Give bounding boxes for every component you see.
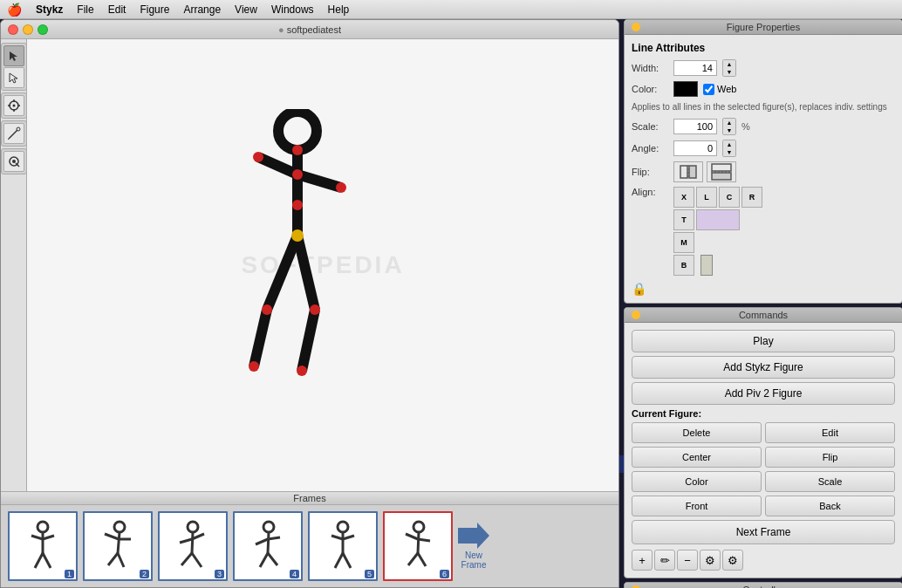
svg-marker-67 [458,523,489,549]
align-x-btn[interactable]: X [673,187,694,208]
angle-input[interactable] [673,140,717,156]
align-b-btn[interactable]: B [673,255,694,276]
frame-item[interactable]: 4 [233,511,303,581]
menu-arrange[interactable]: Arrange [183,3,221,16]
add-piv2-button[interactable]: Add Piv 2 Figure [632,382,895,405]
svg-line-44 [192,532,193,553]
color-row: Color: Web [632,81,895,97]
angle-decrement[interactable]: ▼ [723,148,735,156]
canvas-window: ● softpediatest [0,19,619,588]
back-button[interactable]: Back [765,496,895,516]
edit-button[interactable]: Edit [765,422,895,443]
align-t-btn[interactable]: T [673,209,694,230]
svg-point-7 [17,127,20,131]
circle-tool[interactable] [3,151,24,172]
new-frame-button[interactable]: NewFrame [458,523,489,570]
svg-line-35 [35,553,43,568]
angle-increment[interactable]: ▲ [723,140,735,148]
align-l-btn[interactable]: L [696,187,717,208]
menu-view[interactable]: View [235,3,257,16]
right-panels: Figure Properties Line Attributes Width:… [624,19,902,588]
align-label: Align: [632,187,668,197]
arrow-tool[interactable] [3,67,24,88]
pen-tool[interactable] [3,123,24,144]
frame-item[interactable]: 1 [8,511,78,581]
commands-content: Play Add Stykz Figure Add Piv 2 Figure C… [625,323,902,578]
figure-properties-panel: Figure Properties Line Attributes Width:… [624,19,902,304]
scale-stepper[interactable]: ▲ ▼ [722,118,736,135]
center-button[interactable]: Center [632,447,762,468]
settings-tool-btn[interactable]: ⚙ [700,550,721,571]
maximize-button[interactable] [38,24,48,35]
svg-line-58 [343,536,354,539]
menu-figure[interactable]: Figure [140,3,169,16]
flip-vertical-btn[interactable] [707,161,736,182]
crosshair-tool[interactable] [3,95,24,116]
width-stepper[interactable]: ▲ ▼ [722,59,736,77]
scale-input[interactable] [673,119,717,134]
current-figure-label: Current Figure: [632,408,895,419]
edit-tool-btn[interactable]: ✏ [654,550,675,571]
select-tool[interactable] [3,45,24,66]
svg-point-37 [114,522,125,532]
color-label: Color: [632,84,668,94]
add-stykz-button[interactable]: Add Stykz Figure [632,356,895,379]
figure-properties-content: Line Attributes Width: ▲ ▼ Color: Web [625,35,902,303]
flip-horizontal-btn[interactable] [673,161,703,182]
delete-button[interactable]: Delete [632,422,762,443]
front-button[interactable]: Front [632,496,762,516]
width-increment[interactable]: ▲ [723,60,735,68]
svg-line-59 [335,553,343,568]
delete-edit-row: Delete Edit [632,422,895,443]
menu-file[interactable]: File [77,3,93,16]
left-toolbar [1,39,27,491]
tool-group-pen [1,120,27,147]
width-decrement[interactable]: ▼ [723,68,735,76]
scale-increment[interactable]: ▲ [723,119,735,126]
svg-line-6 [9,130,17,139]
scale-decrement[interactable]: ▼ [723,126,735,134]
flip-label: Flip: [632,167,668,177]
drawing-area[interactable]: SOFTPEDIA [27,39,618,491]
play-button[interactable]: Play [632,330,895,352]
settings2-tool-btn[interactable]: ⚙ [722,550,743,571]
stick-figure[interactable] [228,109,367,382]
align-r-btn[interactable]: R [741,187,762,208]
minus-tool-btn[interactable]: − [677,550,698,571]
color-button[interactable]: Color [632,471,762,492]
angle-stepper[interactable]: ▲ ▼ [722,140,736,157]
flip-row: Flip: [632,161,895,182]
svg-point-30 [291,229,304,242]
frame-item-selected[interactable]: 6 [383,511,453,581]
lock-icon[interactable]: 🔒 [632,282,646,296]
menu-stykz[interactable]: Stykz [36,3,63,16]
svg-point-49 [263,522,274,532]
apple-menu[interactable]: 🍎 [7,3,22,17]
align-m-btn[interactable]: M [673,232,694,253]
flip-button[interactable]: Flip [765,447,895,468]
menu-edit[interactable]: Edit [108,3,126,16]
menu-windows[interactable]: Windows [271,3,314,16]
align-c-btn[interactable]: C [719,187,740,208]
width-input[interactable] [673,60,717,76]
menu-help[interactable]: Help [328,3,350,16]
canvas-content: SOFTPEDIA [1,39,618,587]
frame-item[interactable]: 3 [158,511,228,581]
commands-panel: Commands Play Add Stykz Figure Add Piv 2… [624,307,902,578]
frame-item[interactable]: 5 [308,511,378,581]
web-checkbox[interactable] [703,84,714,95]
next-frame-button[interactable]: Next Frame [632,520,895,544]
frame-item[interactable]: 2 [83,511,153,581]
svg-rect-69 [689,166,696,178]
minimize-button[interactable] [23,24,33,35]
close-button[interactable] [8,24,18,35]
line-attributes-title: Line Attributes [632,42,895,54]
svg-point-22 [336,182,346,193]
frame-number: 1 [65,570,74,578]
color-swatch[interactable] [673,81,698,97]
panel-dot [632,23,640,31]
angle-row: Angle: ▲ ▼ [632,140,895,157]
add-tool-btn[interactable]: + [632,550,653,571]
scale-button[interactable]: Scale [765,471,895,492]
bottom-toolbar: + ✏ − ⚙ ⚙ [632,550,895,571]
